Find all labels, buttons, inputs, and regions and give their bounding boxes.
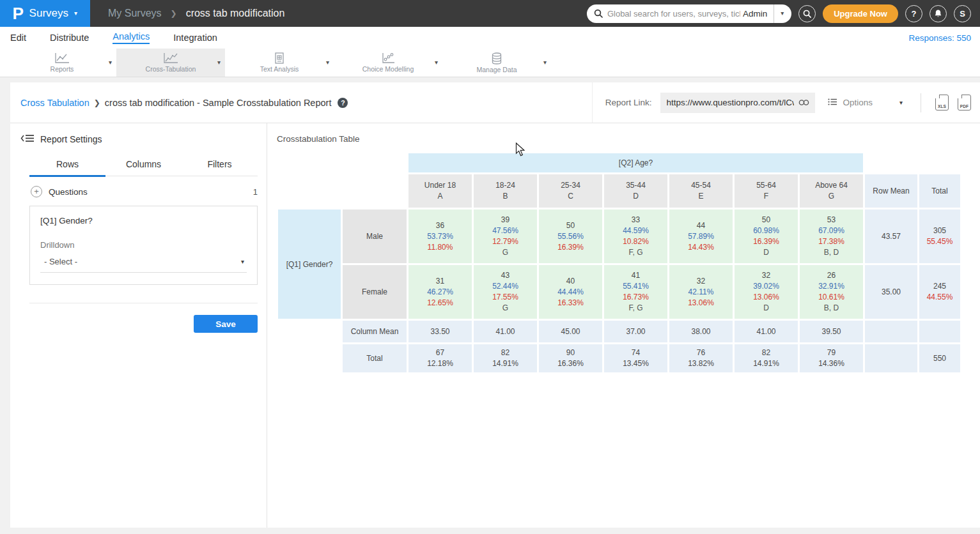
cross-tabulation-link[interactable]: Cross Tabulation [20,98,89,108]
column-letter: G [800,191,863,202]
nav-integration[interactable]: Integration [173,33,217,43]
cell-col-pct: 11.80% [408,242,472,253]
crosstab-cell: 5055.56%16.39% [539,210,602,263]
cell-count: 31 [408,276,472,287]
tool-label: Text Analysis [260,65,299,73]
row-label-cell: Female [343,265,407,319]
tool-reports[interactable]: Reports ▾ [8,49,116,77]
spacer-cell [919,153,960,172]
cell-row-pct: 57.89% [669,231,733,242]
chevron-down-icon[interactable]: ▾ [217,59,221,66]
column-letter: F [735,191,798,202]
crosstab-cell: 2632.91%10.61%B, D [800,265,863,319]
search-button[interactable] [798,5,816,22]
breadcrumb: My Surveys ❯ cross tab modification [108,0,284,27]
cell-row-pct: 39.02% [735,281,798,292]
chevron-down-icon[interactable]: ▾ [326,59,329,66]
tool-choice-modelling[interactable]: Choice Modelling ▾ [334,49,442,77]
export-xls-button[interactable]: XLS [935,95,949,111]
cell-row-pct: 55.41% [604,281,667,292]
upgrade-now-button[interactable]: Upgrade Now [823,4,898,23]
age-question-header: [Q2] Age? [408,153,863,172]
crosstab-cell: 4457.89%14.43% [669,210,733,263]
tab-columns[interactable]: Columns [105,159,182,177]
total-pct: 12.18% [408,358,472,369]
chevron-down-icon[interactable]: ▾ [543,59,547,66]
collapse-panel-icon[interactable] [20,134,35,145]
row-label-cell: Male [343,210,407,263]
search-scope-dropdown[interactable]: ▾ [774,4,791,23]
search-input[interactable] [607,9,740,19]
total-count: 74 [604,347,667,358]
nav-edit[interactable]: Edit [10,33,26,43]
column-header-row: Under 18A18-24B25-34C35-44D45-54E55-64FA… [278,174,960,208]
cell-count: 50 [735,215,798,225]
line-chart-icon [54,52,70,65]
help-icon[interactable]: ? [338,98,348,108]
link-icon[interactable] [798,97,809,109]
column-header: 55-64F [735,174,798,208]
tool-label: Reports [51,65,74,73]
column-header: 18-24B [474,174,537,208]
notifications-button[interactable] [929,5,947,22]
breadcrumb-my-surveys[interactable]: My Surveys [108,8,162,19]
topbar-actions: Admin ▾ Upgrade Now ? S [587,0,980,27]
product-switcher[interactable]: P Surveys ▾ [0,0,90,27]
cell-count: 44 [669,220,733,231]
total-count: 67 [408,347,472,358]
nav-analytics[interactable]: Analytics [113,31,150,44]
tool-cross-tabulation[interactable]: Cross-Tabulation ▾ [116,49,225,77]
column-label: 35-44 [604,180,667,191]
cell-significance: B, D [800,247,863,258]
total-pct: 13.45% [604,358,667,369]
cell-count: 43 [474,270,537,281]
panel-header: Report Settings [20,134,267,145]
document-grid-icon [273,52,286,65]
column-mean-cell: 39.50 [800,321,863,342]
column-mean-cell: 41.00 [735,321,798,342]
avatar[interactable]: S [954,5,971,22]
column-mean-cell: 37.00 [604,321,667,342]
row-question-cell: [Q1] Gender? [278,210,341,319]
save-button[interactable]: Save [194,315,258,333]
total-count: 90 [539,347,602,358]
total-pct: 14.36% [800,358,863,369]
cell-row-pct: 52.44% [474,281,537,292]
tool-manage-data[interactable]: Manage Data ▾ [442,49,551,77]
cell-row-pct: 67.09% [800,225,863,236]
drilldown-select[interactable]: - Select - ▾ [40,251,247,273]
add-question-icon[interactable]: + [31,186,42,197]
scatter-chart-icon [380,52,396,65]
settings-tabs: Rows Columns Filters [29,159,258,176]
cell-significance: G [474,247,537,258]
total-count: 79 [800,347,863,358]
search-icon [594,9,603,18]
row-total-cell: 24544.55% [919,265,960,319]
report-link-box[interactable]: https://www.questionpro.com/t/lCw3Zc [660,93,815,113]
tab-filters[interactable]: Filters [182,159,258,177]
report-title: cross tab modification - Sample Crosstab… [105,98,332,108]
spacer-cell [865,153,917,172]
questions-section-header: + Questions 1 [31,186,258,197]
column-mean-label: Column Mean [343,321,407,342]
column-letter: A [408,191,472,202]
export-pdf-button[interactable]: PDF [958,95,971,111]
cell-row-pct: 60.98% [735,225,798,236]
cell-col-pct: 17.55% [474,292,537,303]
chevron-down-icon[interactable]: ▾ [109,59,112,66]
responses-count: Responses: 550 [908,33,980,43]
question-card: [Q1] Gender? Drilldown - Select - ▾ [29,206,258,285]
options-dropdown[interactable]: Options ▾ [824,98,906,108]
help-button[interactable]: ? [905,5,922,22]
chevron-down-icon[interactable]: ▾ [435,59,438,66]
cell-row-pct: 42.11% [669,287,733,298]
column-mean-row: Column Mean33.5041.0045.0037.0038.0041.0… [278,321,960,342]
tool-text-analysis[interactable]: Text Analysis ▾ [225,49,334,77]
list-icon [828,98,837,108]
tab-rows[interactable]: Rows [29,159,105,177]
options-label: Options [843,98,873,107]
crosstab-cell: 5367.09%17.38%B, D [800,210,863,263]
nav-distribute[interactable]: Distribute [50,33,89,43]
total-count: 76 [669,347,733,358]
report-link-url[interactable]: https://www.questionpro.com/t/lCw3Zc [666,98,794,107]
